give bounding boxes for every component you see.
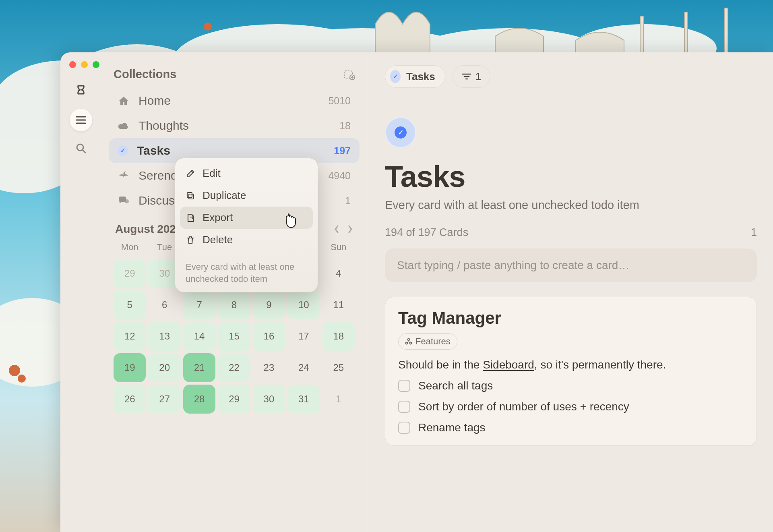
app-window: Collections Home 5010 Thoughts 18 ✓ Task… — [60, 52, 773, 532]
checkbox[interactable] — [398, 380, 410, 392]
calendar-day[interactable]: 22 — [218, 353, 250, 382]
calendar-day[interactable]: 26 — [114, 385, 146, 414]
calendar-day[interactable]: 29 — [218, 385, 250, 414]
calendar-day[interactable]: 29 — [114, 259, 146, 288]
card[interactable]: Tag Manager Features Should be in the Si… — [385, 297, 757, 446]
calendar-day[interactable]: 31 — [287, 385, 320, 414]
sidebar-item-thoughts[interactable]: Thoughts 18 — [109, 113, 360, 138]
calendar-day[interactable]: 20 — [148, 353, 180, 382]
calendar-day[interactable]: 23 — [253, 353, 285, 382]
close-window-button[interactable] — [69, 61, 76, 68]
calendar-day[interactable]: 17 — [287, 322, 320, 351]
todo-label: Search all tags — [418, 379, 493, 392]
minimize-window-button[interactable] — [81, 61, 88, 68]
sidebar-item-label: Home — [138, 94, 319, 108]
svg-line-20 — [83, 150, 85, 153]
calendar-day[interactable]: 10 — [287, 290, 320, 319]
sideboard-link[interactable]: Sideboard — [483, 358, 534, 371]
calendar-day[interactable]: 4 — [322, 259, 355, 288]
calendar-day[interactable]: 11 — [322, 290, 355, 319]
calendar-day[interactable]: 6 — [148, 290, 180, 319]
calendar-day[interactable]: 19 — [114, 353, 146, 382]
checkbox[interactable] — [398, 401, 410, 413]
context-menu-label: Export — [203, 211, 233, 224]
filter-count: 1 — [475, 70, 481, 83]
app-logo-icon[interactable] — [70, 81, 92, 103]
todo-item[interactable]: Search all tags — [398, 379, 744, 392]
sidebar-title: Collections — [114, 68, 176, 81]
calendar-dow: Mon — [114, 240, 146, 257]
context-menu-label: Delete — [203, 234, 233, 246]
window-controls — [69, 61, 99, 68]
todo-label: Rename tags — [418, 421, 486, 434]
context-menu: Edit Duplicate Export Delete Every card … — [175, 158, 318, 292]
calendar-day[interactable]: 16 — [253, 322, 285, 351]
svg-point-13 — [9, 365, 20, 376]
calendar-month-label: August 2024 — [115, 223, 182, 236]
calendar-day[interactable]: 15 — [218, 322, 250, 351]
calendar-day[interactable]: 28 — [183, 385, 215, 414]
calendar-day[interactable]: 13 — [148, 322, 180, 351]
todo-label: Sort by order of number of uses + recenc… — [418, 400, 629, 413]
palm-icon — [118, 170, 130, 182]
calendar-dow: Sun — [322, 240, 355, 257]
context-menu-label: Duplicate — [203, 189, 246, 202]
calendar-day[interactable]: 25 — [322, 353, 355, 382]
list-view-button[interactable] — [70, 109, 92, 131]
maximize-window-button[interactable] — [93, 61, 99, 68]
collection-hero-icon: ✓ — [385, 117, 416, 148]
calendar-day[interactable]: 7 — [183, 290, 215, 319]
page-number: 1 — [751, 226, 757, 239]
context-menu-edit[interactable]: Edit — [180, 162, 313, 184]
svg-point-15 — [204, 23, 212, 31]
sidebar-item-count: 5010 — [328, 95, 351, 107]
sidebar: Collections Home 5010 Thoughts 18 ✓ Task… — [101, 52, 367, 532]
new-card-placeholder: Start typing / paste anything to create … — [397, 259, 629, 271]
collection-pill-label: Tasks — [406, 70, 435, 83]
context-menu-hint: Every card with at least one unchecked t… — [180, 259, 313, 285]
filter-button[interactable]: 1 — [453, 65, 490, 88]
search-button[interactable] — [70, 137, 92, 159]
page-title: Tasks — [385, 159, 757, 194]
collection-pill[interactable]: ✓ Tasks — [385, 65, 445, 88]
context-menu-delete[interactable]: Delete — [180, 229, 313, 251]
calendar-day[interactable]: 30 — [253, 385, 285, 414]
sidebar-item-count: 1 — [345, 195, 351, 207]
calendar-day[interactable]: 1 — [322, 385, 355, 414]
calendar-prev-button[interactable] — [334, 225, 339, 234]
tag-chip[interactable]: Features — [398, 333, 457, 350]
calendar-next-button[interactable] — [347, 225, 353, 234]
svg-point-25 — [125, 199, 129, 203]
svg-rect-27 — [189, 194, 194, 199]
sidebar-item-count: 4940 — [328, 170, 351, 182]
calendar-day[interactable]: 5 — [114, 290, 146, 319]
svg-point-14 — [18, 375, 26, 383]
calendar-day[interactable]: 24 — [287, 353, 320, 382]
sidebar-item-home[interactable]: Home 5010 — [109, 88, 360, 113]
context-menu-export[interactable]: Export — [180, 207, 313, 229]
svg-rect-26 — [187, 193, 192, 197]
calendar-day[interactable]: 14 — [183, 322, 215, 351]
page-hero: ✓ Tasks Every card with at least one unc… — [385, 117, 757, 239]
sidebar-item-count: 197 — [334, 145, 351, 157]
calendar-day[interactable]: 9 — [253, 290, 285, 319]
context-menu-duplicate[interactable]: Duplicate — [180, 184, 313, 207]
card-body: Should be in the Sideboard, so it's perm… — [398, 358, 744, 371]
new-card-input[interactable]: Start typing / paste anything to create … — [385, 248, 757, 282]
calendar-day[interactable]: 18 — [322, 322, 355, 351]
new-collection-button[interactable] — [343, 69, 355, 80]
calendar-day[interactable]: 21 — [183, 353, 215, 382]
todo-item[interactable]: Sort by order of number of uses + recenc… — [398, 400, 744, 413]
checkbox[interactable] — [398, 422, 410, 434]
check-icon: ✓ — [118, 145, 128, 156]
sidebar-item-label: Thoughts — [138, 119, 331, 132]
todo-item[interactable]: Rename tags — [398, 421, 744, 434]
home-icon — [118, 95, 130, 107]
calendar-day[interactable]: 12 — [114, 322, 146, 351]
calendar-day[interactable]: 8 — [218, 290, 250, 319]
calendar-day[interactable]: 27 — [148, 385, 180, 414]
cloud-icon — [118, 120, 130, 132]
check-icon: ✓ — [390, 70, 401, 83]
page-subtitle: Every card with at least one unchecked t… — [385, 199, 757, 212]
tag-label: Features — [415, 336, 451, 347]
